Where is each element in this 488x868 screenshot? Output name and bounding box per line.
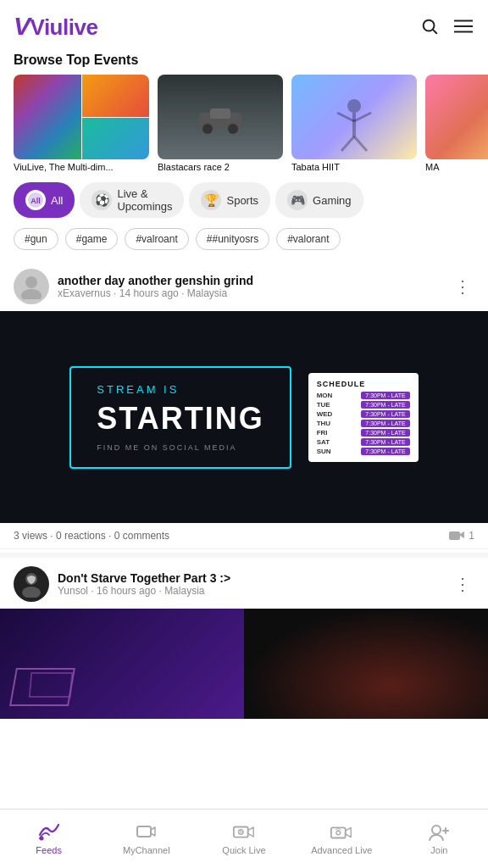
event-card-1[interactable]: ViuLive, The Multi-dim... xyxy=(14,75,149,172)
hashtag-valorant[interactable]: #valorant xyxy=(276,228,340,250)
stream-meta-2: Yunsol · 16 hours ago · Malaysia xyxy=(58,585,230,597)
stream-info-1: another day another genshin grind xExave… xyxy=(58,274,253,299)
cat-tab-all-label: All xyxy=(51,194,63,207)
schedule-row-tue: TUE 7:30PM - LATE xyxy=(317,401,410,409)
hashtag-row: #gun #game #valroant ##unityosrs #valora… xyxy=(0,225,488,260)
cat-tab-sports[interactable]: 🏆 Sports xyxy=(189,182,270,218)
stream-card-1: another day another genshin grind xExave… xyxy=(0,260,488,549)
schedule-title: SCHEDULE xyxy=(317,380,410,388)
stream-more-btn-1[interactable]: ⋮ xyxy=(451,276,474,297)
cat-tab-live-label: Live &Upcomings xyxy=(117,187,172,213)
svg-line-12 xyxy=(354,113,371,121)
svg-rect-19 xyxy=(449,531,460,540)
nav-label-mychannel: MyChannel xyxy=(123,845,170,855)
schedule-row-fri: FRI 7:30PM - LATE xyxy=(317,429,410,437)
svg-point-7 xyxy=(228,124,238,134)
svg-line-11 xyxy=(337,113,354,121)
join-icon xyxy=(427,822,451,843)
hashtag-valroant[interactable]: #valroant xyxy=(125,228,188,250)
hashtag-unityosrs[interactable]: ##unityosrs xyxy=(196,228,269,250)
svg-rect-8 xyxy=(210,108,230,119)
nav-item-feeds[interactable]: Feeds xyxy=(0,810,97,868)
svg-point-9 xyxy=(347,99,361,113)
svg-point-6 xyxy=(202,124,213,134)
category-tabs: All All ⚽ Live &Upcomings 🏆 Sports 🎮 Gam… xyxy=(0,172,488,225)
nav-label-advancedlive: Advanced Live xyxy=(311,845,372,855)
split-thumb-2 xyxy=(0,609,488,719)
feeds-icon xyxy=(37,822,61,843)
dark-scene xyxy=(244,609,488,719)
event-card-2[interactable]: Blastacars race 2 xyxy=(158,75,283,172)
starting-label: STREAM IS xyxy=(97,383,263,396)
stream-user-1: another day another genshin grind xExave… xyxy=(14,269,253,304)
nav-label-feeds: Feeds xyxy=(36,845,62,855)
stream-stats-1: 3 views · 0 reactions · 0 comments xyxy=(14,530,169,542)
event-label-3: Tabata HIIT xyxy=(291,162,417,172)
hashtag-gun[interactable]: #gun xyxy=(14,228,58,250)
app-logo: VViulive xyxy=(14,12,97,41)
hashtag-game[interactable]: #game xyxy=(65,228,119,250)
schedule-row-mon: MON 7:30PM - LATE xyxy=(317,392,410,399)
advancedlive-icon xyxy=(330,822,353,843)
stream-meta-1: xExavernus · 14 hours ago · Malaysia xyxy=(58,287,253,299)
svg-point-30 xyxy=(432,826,441,834)
cat-tab-all[interactable]: All All xyxy=(14,182,75,218)
stream-title-1: another day another genshin grind xyxy=(58,274,253,287)
svg-point-17 xyxy=(25,276,37,288)
stream-info-2: Don't Starve Together Part 3 :> Yunsol ·… xyxy=(58,571,230,597)
stream-thumb-1[interactable]: 02:22:36 STREAM IS STARTING FIND ME ON S… xyxy=(0,311,488,523)
svg-line-27 xyxy=(240,832,242,833)
stream-more-btn-2[interactable]: ⋮ xyxy=(451,574,474,594)
stream-header-2: Don't Starve Together Part 3 :> Yunsol ·… xyxy=(0,558,488,609)
nav-item-mychannel[interactable]: MyChannel xyxy=(97,810,195,868)
nav-item-join[interactable]: Join xyxy=(391,810,488,868)
schedule-box: SCHEDULE MON 7:30PM - LATE TUE 7:30PM - … xyxy=(308,373,419,462)
avatar-2 xyxy=(14,566,49,602)
event-thumb-2 xyxy=(158,75,283,159)
event-card-3[interactable]: Tabata HIIT xyxy=(291,75,417,172)
cat-tab-gaming[interactable]: 🎮 Gaming xyxy=(275,182,363,218)
avatar-1 xyxy=(14,269,49,304)
schedule-rows: MON 7:30PM - LATE TUE 7:30PM - LATE WED … xyxy=(317,392,410,455)
bottom-nav: Feeds MyChannel Quick Live xyxy=(0,809,488,868)
svg-point-25 xyxy=(238,830,243,835)
stream-title-2: Don't Starve Together Part 3 :> xyxy=(58,571,230,585)
stream-header-1: another day another genshin grind xExave… xyxy=(0,260,488,311)
starting-box: STREAM IS STARTING FIND ME ON SOCIAL MED… xyxy=(69,366,291,469)
search-icon[interactable] xyxy=(419,15,441,37)
event-thumb-3 xyxy=(291,75,417,159)
menu-icon[interactable] xyxy=(452,15,474,37)
events-scroll[interactable]: ViuLive, The Multi-dim... Blastacars rac… xyxy=(0,75,488,172)
neon-shape-2 xyxy=(29,672,74,698)
stream-footer-1: 3 views · 0 reactions · 0 comments 1 xyxy=(0,523,488,549)
svg-rect-23 xyxy=(137,826,151,837)
nav-item-quicklive[interactable]: Quick Live xyxy=(195,810,292,868)
event-thumb-4 xyxy=(425,75,488,159)
nav-label-join: Join xyxy=(430,845,447,855)
cat-tab-gaming-label: Gaming xyxy=(313,194,352,207)
event-label-1: ViuLive, The Multi-dim... xyxy=(14,162,149,172)
svg-point-29 xyxy=(336,831,341,835)
nav-item-advancedlive[interactable]: Advanced Live xyxy=(293,810,391,868)
event-label-4: MA xyxy=(425,162,488,172)
app-header: VViulive xyxy=(0,0,488,49)
event-card-4[interactable]: MA xyxy=(425,75,488,172)
split-left xyxy=(0,609,244,719)
stream-thumb-2[interactable]: 01:55:49 xyxy=(0,609,488,719)
stream-user-2: Don't Starve Together Part 3 :> Yunsol ·… xyxy=(14,566,230,602)
event-label-2: Blastacars race 2 xyxy=(158,162,283,172)
svg-line-1 xyxy=(433,30,436,33)
svg-rect-28 xyxy=(331,827,346,837)
header-actions xyxy=(419,15,474,37)
cat-tab-live[interactable]: ⚽ Live &Upcomings xyxy=(80,182,184,218)
starting-social: FIND ME ON SOCIAL MEDIA xyxy=(97,443,263,452)
starting-text: STARTING xyxy=(97,401,263,437)
starting-overlay: STREAM IS STARTING FIND ME ON SOCIAL MED… xyxy=(0,311,488,523)
svg-point-21 xyxy=(22,587,41,598)
nav-label-quicklive: Quick Live xyxy=(222,845,265,855)
svg-line-13 xyxy=(341,136,354,151)
event-thumb-1 xyxy=(14,75,149,159)
split-right xyxy=(244,609,488,719)
svg-rect-24 xyxy=(234,826,248,837)
schedule-row-sat: SAT 7:30PM - LATE xyxy=(317,438,410,446)
